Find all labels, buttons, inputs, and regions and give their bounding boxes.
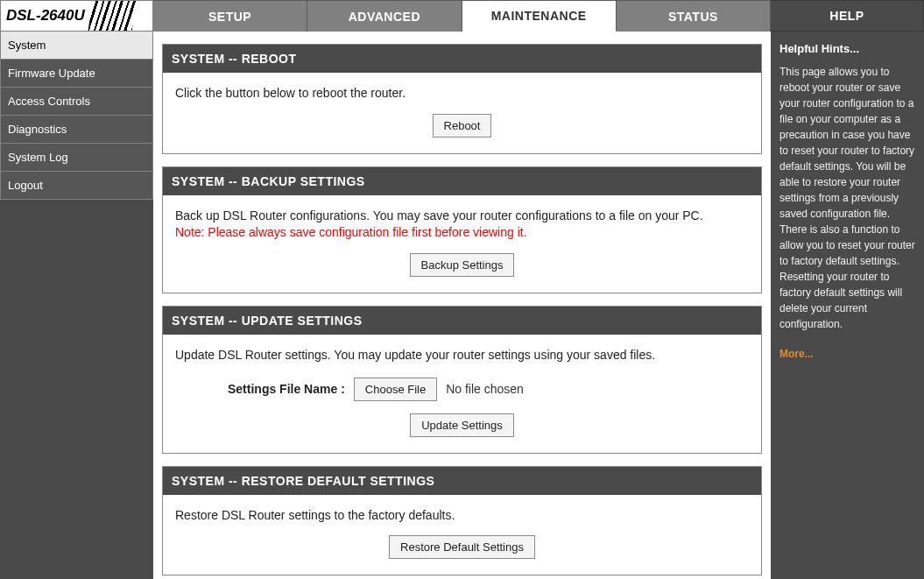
- device-model: DSL-2640U: [6, 7, 85, 25]
- panel-restore-title: SYSTEM -- RESTORE DEFAULT SETTINGS: [163, 467, 761, 495]
- logo-stripes-icon: [88, 1, 136, 31]
- panel-reboot-text: Click the button below to reboot the rou…: [175, 85, 749, 102]
- tab-help[interactable]: HELP: [771, 0, 924, 32]
- panel-backup-text: Back up DSL Router configurations. You m…: [175, 208, 703, 222]
- panel-backup: SYSTEM -- BACKUP SETTINGS Back up DSL Ro…: [162, 166, 762, 293]
- tab-status[interactable]: STATUS: [617, 0, 771, 32]
- update-settings-button[interactable]: Update Settings: [410, 413, 514, 437]
- panel-restore-text: Restore DSL Router settings to the facto…: [175, 507, 749, 524]
- panel-restore: SYSTEM -- RESTORE DEFAULT SETTINGS Resto…: [162, 466, 762, 576]
- help-text: This page allows you to reboot your rout…: [779, 64, 915, 332]
- device-logo: DSL-2640U: [0, 0, 153, 32]
- tab-setup[interactable]: SETUP: [153, 0, 307, 32]
- help-panel: Helpful Hints... This page allows you to…: [771, 32, 924, 579]
- sidebar-item-logout[interactable]: Logout: [0, 172, 153, 200]
- tab-maintenance[interactable]: MAINTENANCE: [462, 0, 617, 32]
- main-tabs: SETUP ADVANCED MAINTENANCE STATUS: [153, 0, 771, 32]
- reboot-button[interactable]: Reboot: [433, 114, 492, 138]
- panel-backup-title: SYSTEM -- BACKUP SETTINGS: [163, 167, 761, 195]
- main-content: SYSTEM -- REBOOT Click the button below …: [153, 32, 771, 579]
- help-title: Helpful Hints...: [779, 42, 915, 55]
- choose-file-button[interactable]: Choose File: [354, 378, 437, 401]
- sidebar-item-diagnostics[interactable]: Diagnostics: [0, 116, 153, 144]
- panel-update-title: SYSTEM -- UPDATE SETTINGS: [163, 307, 761, 335]
- sidebar-item-system[interactable]: System: [0, 32, 153, 60]
- panel-update: SYSTEM -- UPDATE SETTINGS Update DSL Rou…: [162, 306, 762, 454]
- panel-reboot: SYSTEM -- REBOOT Click the button below …: [162, 44, 762, 154]
- panel-reboot-title: SYSTEM -- REBOOT: [163, 45, 761, 73]
- panel-backup-note: Note: Please always save configuration f…: [175, 225, 527, 239]
- help-more-link[interactable]: More...: [779, 348, 814, 360]
- panel-update-text: Update DSL Router settings. You may upda…: [175, 347, 749, 364]
- sidebar-item-access-controls[interactable]: Access Controls: [0, 88, 153, 116]
- backup-settings-button[interactable]: Backup Settings: [410, 253, 515, 277]
- tab-advanced[interactable]: ADVANCED: [307, 0, 462, 32]
- sidebar-item-system-log[interactable]: System Log: [0, 144, 153, 172]
- sidebar-item-firmware[interactable]: Firmware Update: [0, 60, 153, 88]
- sidebar: System Firmware Update Access Controls D…: [0, 32, 153, 579]
- settings-file-label: Settings File Name :: [228, 382, 345, 396]
- restore-default-button[interactable]: Restore Default Settings: [389, 535, 535, 559]
- file-chosen-status: No file chosen: [446, 382, 524, 396]
